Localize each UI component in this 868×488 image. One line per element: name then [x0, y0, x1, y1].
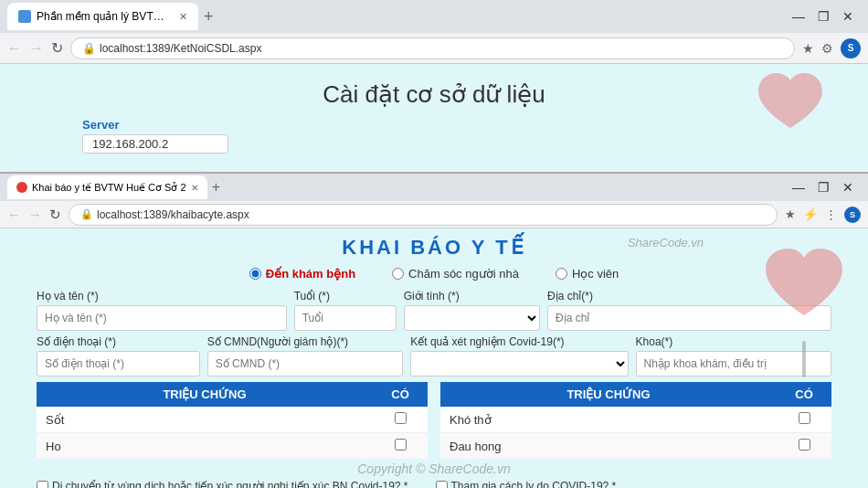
symptom-table2: TRIỆU CHỨNG CÓ Khó thở Đau hong — [440, 382, 831, 460]
field-gioitinh: Giới tính (*) — [404, 290, 540, 331]
toolbar-icons2: ★ ⚡ ⋮ S — [785, 207, 861, 223]
radio-kham-benh[interactable]: Đến khám bệnh — [249, 267, 355, 281]
star-icon2[interactable]: ★ — [785, 207, 796, 221]
select-gioitinh[interactable] — [404, 305, 540, 331]
checkbox-sot[interactable] — [395, 412, 407, 424]
minimize-button[interactable]: — — [792, 9, 805, 24]
heart-decoration — [749, 69, 831, 144]
back-button1[interactable]: ← — [7, 40, 22, 57]
tab2-active[interactable]: Khai báo y tế BVTW Huế Cơ Sở 2 ✕ — [7, 175, 207, 199]
form-row1: Họ và tên (*) Tuổi (*) Giới tính (*) Địa… — [37, 290, 831, 331]
user-avatar1[interactable]: S — [841, 38, 861, 58]
maximize-button[interactable]: ❐ — [818, 9, 830, 24]
maximize-button2[interactable]: ❐ — [818, 180, 830, 195]
check-cach-ly-label: Tham gia cách ly do COVID-19? * — [451, 480, 617, 488]
user-avatar2[interactable]: S — [844, 207, 861, 223]
radio-hoc-vien[interactable]: Học viên — [556, 267, 619, 281]
browser1-chrome: Phần mềm quản lý BVTW Huế ✕ + — ❐ ✕ — [0, 0, 868, 33]
refresh-button2[interactable]: ↻ — [49, 207, 61, 223]
table1-header-co: CÓ — [373, 382, 428, 407]
radio-cham-soc-label: Chăm sóc người nhà — [408, 267, 519, 281]
url-input1[interactable]: 🔒 localhost:1389/KetNoiCSDL.aspx — [70, 37, 795, 59]
input-tuoi[interactable] — [294, 305, 397, 331]
symptom-table1: TRIỆU CHỨNG CÓ Sốt Ho — [37, 382, 428, 460]
address-bar1: ← → ↻ 🔒 localhost:1389/KetNoiCSDL.aspx ★… — [0, 33, 868, 64]
table-row: Sốt — [37, 407, 428, 433]
tab1-favicon — [18, 10, 31, 23]
radio-kham-benh-label: Đến khám bệnh — [266, 267, 355, 281]
toolbar-icons1: ★ ⚙ S — [802, 38, 861, 58]
checkbox-dauhong-cell — [777, 433, 831, 460]
check-cach-ly[interactable]: Tham gia cách ly do COVID-19? * — [436, 480, 617, 488]
symptom-sot: Sốt — [37, 407, 373, 433]
checkbox-sot-cell — [373, 407, 428, 433]
label-hoten: Họ và tên (*) — [37, 290, 287, 302]
new-tab-button1[interactable]: + — [198, 7, 219, 27]
field-tuoi: Tuổi (*) — [294, 290, 397, 331]
field-sdt: Số điện thoại (*) — [37, 335, 200, 377]
table2-header-symptom: TRIỆU CHỨNG — [440, 382, 777, 407]
url-text2: localhost:1389/khaibacyte.aspx — [97, 208, 249, 221]
input-sdt[interactable] — [37, 351, 200, 377]
minimize-button2[interactable]: — — [792, 180, 805, 195]
radio-cham-soc[interactable]: Chăm sóc người nhà — [392, 267, 519, 281]
tab-bar2: Khai báo y tế BVTW Huế Cơ Sở 2 ✕ + — [7, 175, 779, 199]
tab2-label: Khai báo y tế BVTW Huế Cơ Sở 2 — [32, 182, 186, 194]
extensions-icon[interactable]: ⚡ — [803, 207, 818, 221]
forward-button1[interactable]: → — [29, 40, 44, 57]
watermark-top: ShareCode.vn — [628, 236, 704, 249]
select-covid[interactable] — [410, 351, 628, 377]
address-bar2: ← → ↻ 🔒 localhost:1389/khaibacyte.aspx ★… — [0, 201, 868, 228]
visit-type-group: Đến khám bệnh Chăm sóc người nhà Học viê… — [37, 267, 831, 281]
url-input2[interactable]: 🔒 localhost:1389/khaibacyte.aspx — [69, 204, 778, 226]
checkbox-dauhong[interactable] — [799, 439, 810, 451]
new-tab-button2[interactable]: + — [207, 179, 225, 196]
star-icon1[interactable]: ★ — [802, 41, 814, 56]
table1-header-symptom: TRIỆU CHỨNG — [37, 382, 373, 407]
tab2-favicon — [16, 182, 27, 193]
checkbox-ho-cell — [373, 433, 428, 460]
label-sdt: Số điện thoại (*) — [37, 335, 200, 348]
field-hoten: Họ và tên (*) — [37, 290, 287, 331]
symptom-dauhong: Đau hong — [440, 433, 777, 460]
page2-title: KHAI BÁO Y TẾ — [37, 236, 831, 260]
settings-icon1[interactable]: ⚙ — [821, 41, 833, 56]
check-vung-dich[interactable]: Di chuyển từ vùng dịch hoặc tiếp xúc ngư… — [37, 480, 408, 488]
checkbox-ho[interactable] — [395, 439, 407, 451]
radio-hoc-vien-input[interactable] — [556, 268, 567, 280]
url-text1: localhost:1389/KetNoiCSDL.aspx — [100, 42, 261, 55]
tab2-close[interactable]: ✕ — [191, 183, 198, 193]
symptom-ho: Ho — [37, 433, 373, 460]
tab1-active[interactable]: Phần mềm quản lý BVTW Huế ✕ — [7, 3, 198, 30]
label-tuoi: Tuổi (*) — [294, 290, 397, 302]
table-row: Ho — [37, 433, 428, 460]
input-cmnd[interactable] — [207, 351, 403, 377]
back-button2[interactable]: ← — [7, 207, 21, 222]
page2-wrapper: ShareCode.vn KHAI BÁO Y TẾ Đến khám bệnh… — [0, 228, 868, 488]
symptom-tables: TRIỆU CHỨNG CÓ Sốt Ho — [37, 382, 831, 460]
label-cmnd: Số CMND(Người giám hộ)(*) — [207, 335, 403, 348]
field-covid: Kết quả xét nghiệm Covid-19(*) — [410, 335, 628, 377]
window-controls2: — ❐ ✕ — [785, 180, 861, 195]
close-button[interactable]: ✕ — [842, 9, 853, 24]
input-hoten[interactable] — [37, 305, 287, 331]
close-button2[interactable]: ✕ — [842, 180, 853, 195]
forward-button2[interactable]: → — [28, 207, 42, 222]
table2-header-co: CÓ — [777, 382, 831, 407]
checkbox-khotho[interactable] — [799, 412, 810, 424]
label-gioitinh: Giới tính (*) — [404, 290, 540, 302]
radio-cham-soc-input[interactable] — [392, 268, 404, 280]
tab1-close[interactable]: ✕ — [179, 11, 187, 23]
refresh-button1[interactable]: ↻ — [51, 39, 63, 57]
checkbox-khotho-cell — [777, 407, 831, 433]
settings-icon2[interactable]: ⋮ — [825, 207, 837, 221]
browser2-chrome: Khai báo y tế BVTW Huế Cơ Sở 2 ✕ + — ❐ ✕ — [0, 172, 868, 201]
radio-hoc-vien-label: Học viên — [572, 267, 619, 281]
server-label: Server — [82, 118, 786, 132]
radio-kham-benh-input[interactable] — [249, 268, 261, 280]
checkbox-cach-ly[interactable] — [436, 481, 448, 489]
server-ip: 192.168.200.2 — [82, 134, 228, 154]
checkbox-vung-dich[interactable] — [37, 481, 48, 489]
heart-decoration2 — [758, 247, 850, 359]
symptom-khotho: Khó thở — [440, 407, 777, 433]
